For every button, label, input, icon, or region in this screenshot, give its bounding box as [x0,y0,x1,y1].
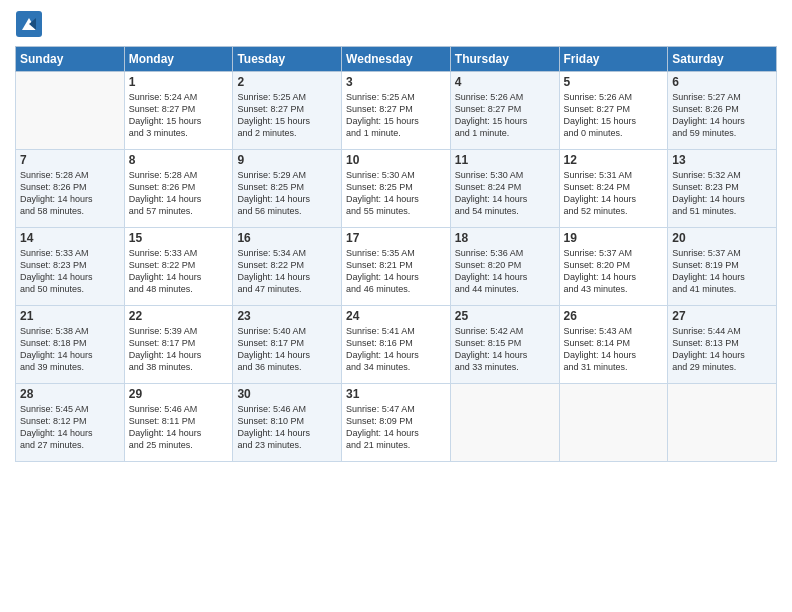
day-number: 23 [237,309,337,323]
day-number: 14 [20,231,120,245]
calendar-cell: 11Sunrise: 5:30 AM Sunset: 8:24 PM Dayli… [450,150,559,228]
day-info: Sunrise: 5:47 AM Sunset: 8:09 PM Dayligh… [346,403,446,452]
day-info: Sunrise: 5:37 AM Sunset: 8:20 PM Dayligh… [564,247,664,296]
day-info: Sunrise: 5:37 AM Sunset: 8:19 PM Dayligh… [672,247,772,296]
day-info: Sunrise: 5:43 AM Sunset: 8:14 PM Dayligh… [564,325,664,374]
day-info: Sunrise: 5:25 AM Sunset: 8:27 PM Dayligh… [237,91,337,140]
logo-icon [15,10,43,38]
day-number: 10 [346,153,446,167]
week-row-3: 14Sunrise: 5:33 AM Sunset: 8:23 PM Dayli… [16,228,777,306]
calendar-cell: 23Sunrise: 5:40 AM Sunset: 8:17 PM Dayli… [233,306,342,384]
day-info: Sunrise: 5:45 AM Sunset: 8:12 PM Dayligh… [20,403,120,452]
day-info: Sunrise: 5:41 AM Sunset: 8:16 PM Dayligh… [346,325,446,374]
page: SundayMondayTuesdayWednesdayThursdayFrid… [0,0,792,612]
day-info: Sunrise: 5:30 AM Sunset: 8:24 PM Dayligh… [455,169,555,218]
day-number: 7 [20,153,120,167]
day-number: 12 [564,153,664,167]
day-number: 18 [455,231,555,245]
calendar-cell: 29Sunrise: 5:46 AM Sunset: 8:11 PM Dayli… [124,384,233,462]
calendar-cell: 28Sunrise: 5:45 AM Sunset: 8:12 PM Dayli… [16,384,125,462]
day-info: Sunrise: 5:31 AM Sunset: 8:24 PM Dayligh… [564,169,664,218]
calendar-cell: 10Sunrise: 5:30 AM Sunset: 8:25 PM Dayli… [342,150,451,228]
calendar-cell: 24Sunrise: 5:41 AM Sunset: 8:16 PM Dayli… [342,306,451,384]
day-number: 4 [455,75,555,89]
day-number: 3 [346,75,446,89]
calendar-cell: 21Sunrise: 5:38 AM Sunset: 8:18 PM Dayli… [16,306,125,384]
calendar-cell: 4Sunrise: 5:26 AM Sunset: 8:27 PM Daylig… [450,72,559,150]
day-info: Sunrise: 5:46 AM Sunset: 8:11 PM Dayligh… [129,403,229,452]
calendar-cell: 6Sunrise: 5:27 AM Sunset: 8:26 PM Daylig… [668,72,777,150]
day-number: 25 [455,309,555,323]
day-info: Sunrise: 5:30 AM Sunset: 8:25 PM Dayligh… [346,169,446,218]
calendar-cell: 2Sunrise: 5:25 AM Sunset: 8:27 PM Daylig… [233,72,342,150]
calendar-cell: 18Sunrise: 5:36 AM Sunset: 8:20 PM Dayli… [450,228,559,306]
day-info: Sunrise: 5:34 AM Sunset: 8:22 PM Dayligh… [237,247,337,296]
day-info: Sunrise: 5:29 AM Sunset: 8:25 PM Dayligh… [237,169,337,218]
day-number: 11 [455,153,555,167]
calendar-cell: 31Sunrise: 5:47 AM Sunset: 8:09 PM Dayli… [342,384,451,462]
day-number: 21 [20,309,120,323]
day-number: 31 [346,387,446,401]
column-header-saturday: Saturday [668,47,777,72]
column-header-tuesday: Tuesday [233,47,342,72]
day-info: Sunrise: 5:32 AM Sunset: 8:23 PM Dayligh… [672,169,772,218]
day-number: 20 [672,231,772,245]
day-number: 1 [129,75,229,89]
calendar-cell: 13Sunrise: 5:32 AM Sunset: 8:23 PM Dayli… [668,150,777,228]
day-info: Sunrise: 5:39 AM Sunset: 8:17 PM Dayligh… [129,325,229,374]
day-number: 8 [129,153,229,167]
day-info: Sunrise: 5:33 AM Sunset: 8:23 PM Dayligh… [20,247,120,296]
calendar-cell: 15Sunrise: 5:33 AM Sunset: 8:22 PM Dayli… [124,228,233,306]
calendar-cell: 20Sunrise: 5:37 AM Sunset: 8:19 PM Dayli… [668,228,777,306]
calendar-cell: 8Sunrise: 5:28 AM Sunset: 8:26 PM Daylig… [124,150,233,228]
calendar-cell [668,384,777,462]
day-number: 30 [237,387,337,401]
day-info: Sunrise: 5:33 AM Sunset: 8:22 PM Dayligh… [129,247,229,296]
calendar-cell [16,72,125,150]
day-info: Sunrise: 5:26 AM Sunset: 8:27 PM Dayligh… [455,91,555,140]
day-info: Sunrise: 5:26 AM Sunset: 8:27 PM Dayligh… [564,91,664,140]
calendar-cell: 22Sunrise: 5:39 AM Sunset: 8:17 PM Dayli… [124,306,233,384]
calendar-cell: 17Sunrise: 5:35 AM Sunset: 8:21 PM Dayli… [342,228,451,306]
day-info: Sunrise: 5:46 AM Sunset: 8:10 PM Dayligh… [237,403,337,452]
calendar-cell: 9Sunrise: 5:29 AM Sunset: 8:25 PM Daylig… [233,150,342,228]
calendar-cell [450,384,559,462]
day-info: Sunrise: 5:28 AM Sunset: 8:26 PM Dayligh… [129,169,229,218]
calendar-cell: 25Sunrise: 5:42 AM Sunset: 8:15 PM Dayli… [450,306,559,384]
week-row-5: 28Sunrise: 5:45 AM Sunset: 8:12 PM Dayli… [16,384,777,462]
day-info: Sunrise: 5:35 AM Sunset: 8:21 PM Dayligh… [346,247,446,296]
calendar-cell: 16Sunrise: 5:34 AM Sunset: 8:22 PM Dayli… [233,228,342,306]
calendar-cell: 19Sunrise: 5:37 AM Sunset: 8:20 PM Dayli… [559,228,668,306]
calendar-cell: 7Sunrise: 5:28 AM Sunset: 8:26 PM Daylig… [16,150,125,228]
week-row-2: 7Sunrise: 5:28 AM Sunset: 8:26 PM Daylig… [16,150,777,228]
calendar-table: SundayMondayTuesdayWednesdayThursdayFrid… [15,46,777,462]
calendar-cell: 14Sunrise: 5:33 AM Sunset: 8:23 PM Dayli… [16,228,125,306]
calendar-cell: 12Sunrise: 5:31 AM Sunset: 8:24 PM Dayli… [559,150,668,228]
day-number: 6 [672,75,772,89]
calendar-cell: 1Sunrise: 5:24 AM Sunset: 8:27 PM Daylig… [124,72,233,150]
day-number: 27 [672,309,772,323]
day-number: 2 [237,75,337,89]
day-number: 17 [346,231,446,245]
day-number: 16 [237,231,337,245]
day-number: 28 [20,387,120,401]
column-header-thursday: Thursday [450,47,559,72]
calendar-cell [559,384,668,462]
day-info: Sunrise: 5:28 AM Sunset: 8:26 PM Dayligh… [20,169,120,218]
column-header-monday: Monday [124,47,233,72]
day-info: Sunrise: 5:24 AM Sunset: 8:27 PM Dayligh… [129,91,229,140]
column-header-sunday: Sunday [16,47,125,72]
logo [15,10,47,38]
day-number: 5 [564,75,664,89]
day-number: 26 [564,309,664,323]
day-info: Sunrise: 5:44 AM Sunset: 8:13 PM Dayligh… [672,325,772,374]
calendar-cell: 3Sunrise: 5:25 AM Sunset: 8:27 PM Daylig… [342,72,451,150]
week-row-4: 21Sunrise: 5:38 AM Sunset: 8:18 PM Dayli… [16,306,777,384]
calendar-cell: 26Sunrise: 5:43 AM Sunset: 8:14 PM Dayli… [559,306,668,384]
column-header-friday: Friday [559,47,668,72]
column-header-wednesday: Wednesday [342,47,451,72]
day-number: 13 [672,153,772,167]
week-row-1: 1Sunrise: 5:24 AM Sunset: 8:27 PM Daylig… [16,72,777,150]
day-number: 24 [346,309,446,323]
day-number: 15 [129,231,229,245]
